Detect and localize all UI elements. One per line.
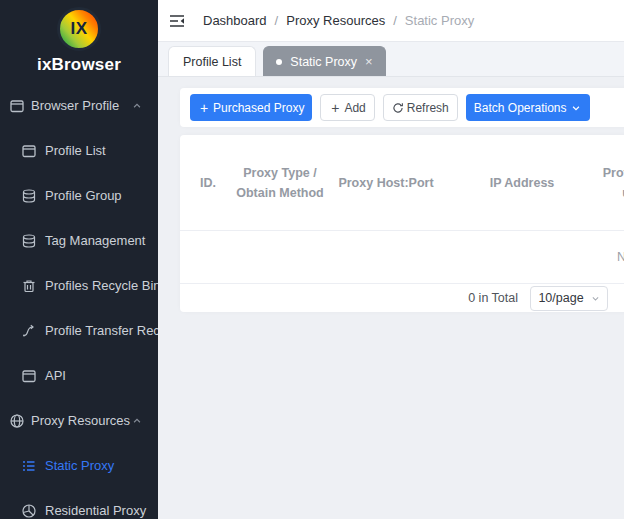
sidebar-item-tag-management[interactable]: Tag Management bbox=[0, 218, 158, 263]
column-header-profiles-in-use: Profiles in use bbox=[596, 163, 624, 203]
sidebar-item-static-proxy[interactable]: Static Proxy bbox=[0, 443, 158, 488]
layers-icon bbox=[21, 188, 37, 204]
breadcrumb-static-proxy: Static Proxy bbox=[405, 13, 474, 28]
sidebar-item-api[interactable]: API bbox=[0, 353, 158, 398]
sidebar-item-profiles-recycle-bin[interactable]: Profiles Recycle Bin bbox=[0, 263, 158, 308]
proxy-table: ID. Proxy Type / Obtain Method Proxy Hos… bbox=[180, 135, 624, 312]
globe-icon bbox=[9, 413, 25, 429]
batch-operations-button[interactable]: Batch Operations bbox=[466, 94, 590, 121]
table-empty-state: No Data bbox=[180, 231, 624, 283]
breadcrumb-separator: / bbox=[275, 13, 279, 28]
total-count-text: 0 in Total bbox=[468, 291, 518, 305]
column-header-proxy-type: Proxy Type / Obtain Method bbox=[236, 163, 324, 203]
purchased-proxy-button[interactable]: + Purchased Proxy bbox=[190, 94, 312, 121]
transfer-icon bbox=[21, 323, 37, 339]
tab-profile-list[interactable]: Profile List bbox=[168, 46, 256, 76]
column-header-id: ID. bbox=[180, 173, 236, 193]
sidebar-group-label: Proxy Resources bbox=[31, 413, 130, 428]
add-button[interactable]: + Add bbox=[320, 94, 374, 121]
close-icon[interactable]: × bbox=[365, 55, 373, 68]
tab-label: Profile List bbox=[183, 55, 241, 69]
button-label: Add bbox=[344, 101, 365, 115]
tab-strip: Profile List Static Proxy × bbox=[158, 42, 624, 77]
topbar: Dashboard / Proxy Resources / Static Pro… bbox=[158, 0, 624, 42]
sidebar-group-browser-profile[interactable]: Browser Profile bbox=[0, 83, 158, 128]
chevron-down-icon bbox=[570, 102, 582, 114]
tab-label: Static Proxy bbox=[290, 55, 357, 69]
plus-icon: + bbox=[329, 102, 341, 114]
brand-area: IX ixBrowser bbox=[0, 0, 158, 75]
layers-icon bbox=[21, 233, 37, 249]
sidebar-item-profile-transfer-record[interactable]: Profile Transfer Record bbox=[0, 308, 158, 353]
page-size-value: 10/page bbox=[538, 291, 583, 305]
page-size-select[interactable]: 10/page bbox=[530, 286, 608, 311]
sidebar-group-proxy-resources[interactable]: Proxy Resources bbox=[0, 398, 158, 443]
sidebar-item-label: Tag Management bbox=[45, 233, 145, 248]
window-icon bbox=[21, 143, 37, 159]
menu-fold-icon[interactable] bbox=[168, 12, 186, 30]
breadcrumb: Dashboard / Proxy Resources / Static Pro… bbox=[203, 13, 474, 28]
sidebar-item-profile-list[interactable]: Profile List bbox=[0, 128, 158, 173]
chevron-up-icon bbox=[132, 416, 142, 426]
button-label: Purchased Proxy bbox=[213, 101, 304, 115]
sidebar: IX ixBrowser Browser Profile Profile Lis… bbox=[0, 0, 158, 519]
main-area: Dashboard / Proxy Resources / Static Pro… bbox=[158, 0, 624, 519]
list-icon bbox=[21, 458, 37, 474]
page-content: + Purchased Proxy + Add Refresh Batch Op… bbox=[158, 77, 624, 519]
sidebar-item-residential-proxy[interactable]: Residential Proxy bbox=[0, 488, 158, 519]
sidebar-item-label: Profile Group bbox=[45, 188, 122, 203]
window-icon bbox=[21, 368, 37, 384]
toolbar: + Purchased Proxy + Add Refresh Batch Op… bbox=[180, 88, 624, 127]
pagination-bar: 0 in Total 10/page bbox=[180, 283, 624, 312]
sidebar-item-label: Profile List bbox=[45, 143, 106, 158]
button-label: Batch Operations bbox=[474, 101, 567, 115]
trash-icon bbox=[21, 278, 37, 294]
sidebar-item-profile-group[interactable]: Profile Group bbox=[0, 173, 158, 218]
column-header-proxy-host-port: Proxy Host:Port bbox=[324, 173, 448, 193]
sidebar-item-label: Static Proxy bbox=[45, 458, 114, 473]
breadcrumb-dashboard[interactable]: Dashboard bbox=[203, 13, 267, 28]
refresh-icon bbox=[392, 102, 404, 114]
pie-chart-icon bbox=[21, 503, 37, 519]
sidebar-item-label: API bbox=[45, 368, 66, 383]
empty-text: No Data bbox=[617, 250, 624, 264]
chevron-up-icon bbox=[132, 101, 142, 111]
sidebar-item-label: Residential Proxy bbox=[45, 503, 146, 518]
refresh-button[interactable]: Refresh bbox=[383, 94, 458, 121]
app-window: IX ixBrowser Browser Profile Profile Lis… bbox=[0, 0, 624, 519]
pagination: 0 in Total 10/page bbox=[180, 284, 624, 312]
breadcrumb-separator: / bbox=[393, 13, 397, 28]
active-dot-icon bbox=[276, 59, 282, 65]
sidebar-item-label: Profiles Recycle Bin bbox=[45, 278, 158, 293]
brand-name: ixBrowser bbox=[0, 55, 158, 75]
sidebar-group-label: Browser Profile bbox=[31, 98, 119, 113]
column-header-ip-address: IP Address bbox=[448, 173, 596, 193]
sidebar-item-label: Profile Transfer Record bbox=[45, 323, 158, 338]
button-label: Refresh bbox=[407, 101, 449, 115]
plus-icon: + bbox=[198, 102, 210, 114]
sidebar-nav: Browser Profile Profile List Profile Gro… bbox=[0, 83, 158, 519]
browser-window-icon bbox=[9, 98, 25, 114]
ixbrowser-logo: IX bbox=[57, 7, 101, 51]
tab-static-proxy[interactable]: Static Proxy × bbox=[263, 46, 385, 76]
breadcrumb-proxy-resources[interactable]: Proxy Resources bbox=[286, 13, 385, 28]
chevron-down-icon bbox=[591, 294, 600, 303]
table-header-row: ID. Proxy Type / Obtain Method Proxy Hos… bbox=[180, 135, 624, 231]
